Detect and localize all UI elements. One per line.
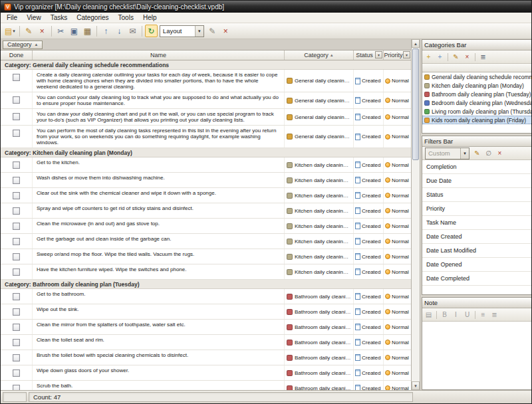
task-done-checkbox[interactable] [13, 192, 20, 199]
task-row[interactable]: Create a daily cleaning calendar outlini… [1, 70, 411, 92]
task-row[interactable]: You can draw your daily cleaning chart a… [1, 109, 411, 126]
task-row[interactable]: Spray and wipe off counters to get rid o… [1, 203, 411, 219]
menu-categories[interactable]: Categories [72, 13, 113, 23]
task-done-checkbox[interactable] [13, 268, 20, 276]
add-category-icon[interactable]: + [424, 52, 434, 62]
task-row[interactable]: Clean the toilet seat and rim.Bathroom d… [1, 335, 411, 350]
new-note-icon[interactable]: ▤ [424, 310, 434, 320]
filter-field-row[interactable]: Date Last Modified▾ [422, 244, 532, 258]
task-done-checkbox[interactable] [13, 238, 20, 245]
delete-task-icon[interactable]: × [36, 25, 49, 37]
task-done-checkbox[interactable] [13, 253, 20, 260]
priority-filter-dropdown-icon[interactable]: ▾ [403, 51, 410, 58]
task-row[interactable]: Get to the kitchen.Kitchen daily cleanin… [1, 157, 411, 173]
task-done-checkbox[interactable] [13, 177, 20, 184]
task-row[interactable]: Wash dishes or move them into dishwashin… [1, 173, 411, 188]
email-icon[interactable]: ✉ [126, 25, 139, 37]
paste-icon[interactable]: ▦ [81, 25, 94, 37]
column-header-name[interactable]: Name [33, 50, 285, 60]
filter-field-row[interactable]: Date Created▾ [422, 230, 532, 244]
group-header[interactable]: Category: Kitchen daily cleaning plan (M… [1, 148, 411, 157]
filter-field-row[interactable]: Task Name▾ [422, 216, 532, 230]
task-done-checkbox[interactable] [13, 223, 20, 230]
menu-tasks[interactable]: Tasks [46, 13, 72, 23]
task-done-checkbox[interactable] [13, 308, 20, 316]
category-tree-item[interactable]: Bedroom daily cleaning plan (Wednesday)8… [422, 98, 532, 107]
task-row[interactable]: Clean the mirror from the splatters of t… [1, 320, 411, 335]
categories-name-column-header[interactable] [422, 64, 532, 72]
task-row[interactable]: Wipe down glass doors of your shower.Bat… [1, 365, 411, 381]
filter-field-row[interactable]: Priority▾ [422, 202, 532, 216]
bold-icon[interactable]: B [440, 310, 450, 320]
chevron-down-icon[interactable]: ▾ [460, 148, 469, 159]
edit-category-icon[interactable]: ✎ [451, 52, 461, 62]
filter-field-row[interactable]: Completion▾ [422, 160, 532, 174]
task-done-checkbox[interactable] [13, 130, 20, 137]
column-header-priority[interactable]: Priority ▾ [384, 50, 411, 60]
edit-task-icon[interactable]: ✎ [23, 25, 35, 37]
group-header[interactable]: Category: General daily cleaning schedul… [1, 60, 411, 70]
group-by-category-chip[interactable]: Category ▲ [3, 41, 43, 49]
column-header-done[interactable]: Done [1, 50, 33, 60]
scrollbar-thumb[interactable] [412, 49, 419, 160]
category-properties-icon[interactable]: ≣ [478, 52, 488, 62]
task-done-checkbox[interactable] [13, 293, 20, 300]
cut-icon[interactable]: ✂ [55, 25, 67, 37]
task-row[interactable]: Clean the microwave (in and out) and gas… [1, 219, 411, 234]
filter-field-row[interactable]: Date Opened▾ [422, 258, 532, 272]
task-done-checkbox[interactable] [13, 207, 20, 215]
task-done-checkbox[interactable] [13, 74, 20, 81]
task-row[interactable]: Have the kitchen furniture wiped. Wipe t… [1, 264, 411, 280]
delete-filter-icon[interactable]: × [495, 148, 505, 158]
align-left-icon[interactable]: ≡ [478, 310, 488, 320]
task-done-checkbox[interactable] [13, 369, 20, 377]
refresh-icon[interactable]: ↻ [145, 25, 158, 37]
menu-file[interactable]: File [2, 13, 22, 23]
task-row[interactable]: Brush the toilet bowl with special clean… [1, 350, 411, 365]
add-subcategory-icon[interactable]: + [435, 52, 445, 62]
task-row[interactable]: You can perform the most of daily cleani… [1, 126, 411, 148]
task-row[interactable]: Get the garbage out and clean inside of … [1, 234, 411, 249]
copy-icon[interactable]: ▣ [68, 25, 80, 37]
delete-layout-icon[interactable]: × [219, 25, 232, 37]
task-done-checkbox[interactable] [13, 96, 20, 104]
underline-icon[interactable]: U [462, 310, 472, 320]
grid-vertical-scrollbar[interactable]: ▲ ▼ [412, 39, 420, 390]
move-up-icon[interactable]: ↑ [100, 25, 112, 37]
column-header-category[interactable]: Category ▲ [285, 50, 354, 60]
task-row[interactable]: Sweep or/and mop the floor. Wipe the til… [1, 249, 411, 264]
category-tree-item[interactable]: Kitchen daily cleaning plan (Monday)88 [422, 81, 532, 90]
menu-help[interactable]: Help [138, 13, 162, 23]
group-header[interactable]: Category: Bathroom daily cleaning plan (… [1, 280, 411, 289]
scroll-up-icon[interactable]: ▲ [412, 39, 420, 48]
column-header-status[interactable]: Status ▾ [354, 50, 384, 60]
task-done-checkbox[interactable] [13, 339, 20, 346]
layout-select[interactable]: Layout ▾ [160, 25, 204, 37]
task-row[interactable]: Get to the bathroom.Bathroom daily clean… [1, 289, 411, 304]
category-tree-item[interactable]: Bathroom daily cleaning plan (Tuesday)99 [422, 90, 532, 98]
task-done-checkbox[interactable] [13, 161, 20, 169]
category-tree-item[interactable]: Kids room daily cleaning plan (Friday)99 [422, 116, 532, 124]
task-row[interactable]: Scrub the bath.Bathroom daily cleaning p… [1, 381, 411, 390]
task-row[interactable]: Wipe out the sink.Bathroom daily cleanin… [1, 304, 411, 320]
filter-field-row[interactable]: Due Date▾ [422, 174, 532, 188]
task-row[interactable]: You can conduct your daily cleaning log … [1, 92, 411, 109]
category-tree-item[interactable]: Living room daily cleaning plan (Thursda… [422, 107, 532, 116]
delete-category-icon[interactable]: × [462, 52, 472, 62]
task-done-checkbox[interactable] [13, 324, 20, 331]
task-done-checkbox[interactable] [13, 385, 20, 390]
clear-filter-icon[interactable]: ∅ [483, 148, 493, 158]
chevron-down-icon[interactable]: ▾ [195, 26, 203, 37]
edit-layout-icon[interactable]: ✎ [206, 25, 219, 37]
task-done-checkbox[interactable] [13, 354, 20, 361]
edit-filter-icon[interactable]: ✎ [472, 148, 482, 158]
menu-view[interactable]: View [22, 13, 46, 23]
scroll-down-icon[interactable]: ▼ [412, 381, 420, 390]
new-task-icon[interactable]: ▤▾ [3, 25, 17, 37]
filter-field-row[interactable]: Date Completed▾ [422, 272, 532, 286]
status-filter-dropdown-icon[interactable]: ▾ [375, 51, 382, 58]
move-down-icon[interactable]: ↓ [113, 25, 126, 37]
category-tree-item[interactable]: General daily cleaning schedule recommen… [422, 72, 532, 81]
filter-field-row[interactable]: Status▾ [422, 188, 532, 202]
filter-preset-select[interactable]: Custom ▾ [425, 148, 469, 159]
